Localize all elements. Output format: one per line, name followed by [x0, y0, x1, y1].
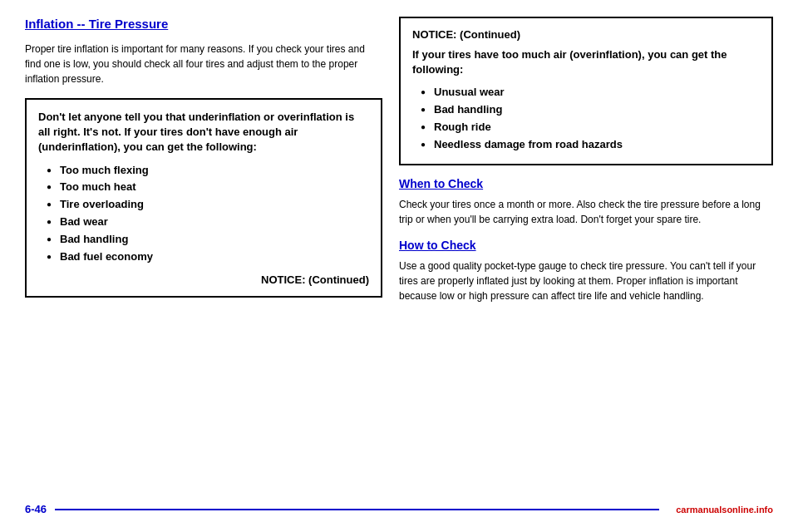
- left-body-text: Proper tire inflation is important for m…: [25, 42, 382, 86]
- page-number: 6-46: [25, 503, 47, 515]
- notice-continued-label: NOTICE: (Continued): [38, 273, 369, 286]
- page-footer: 6-46 carmanualsonline.info: [0, 503, 798, 515]
- list-item: Tire overloading: [47, 196, 369, 214]
- list-item: Unusual wear: [421, 84, 760, 101]
- list-item: Bad handling: [421, 101, 760, 119]
- how-to-check-heading: How to Check: [399, 239, 773, 252]
- underinflation-list: Too much flexing Too much heat Tire over…: [38, 162, 369, 266]
- list-item: Bad wear: [47, 214, 369, 231]
- when-to-check-heading: When to Check: [399, 177, 773, 190]
- notice-intro-text: Don't let anyone tell you that underinfl…: [38, 110, 369, 155]
- list-item: Rough ride: [421, 119, 760, 136]
- list-item: Bad handling: [47, 231, 369, 249]
- overinflation-list: Unusual wear Bad handling Rough ride Nee…: [412, 84, 760, 153]
- list-item: Bad fuel economy: [47, 249, 369, 266]
- notice-box-left: Don't let anyone tell you that underinfl…: [25, 98, 382, 298]
- footer-logo: carmanualsonline.info: [676, 505, 773, 515]
- when-to-check-body: Check your tires once a month or more. A…: [399, 197, 773, 227]
- list-item: Too much flexing: [47, 162, 369, 180]
- notice-continued-title: NOTICE: (Continued): [412, 28, 760, 41]
- how-to-check-section: How to Check Use a good quality pocket-t…: [399, 239, 773, 303]
- left-column: Proper tire inflation is important for m…: [25, 42, 382, 309]
- how-to-check-body: Use a good quality pocket-type gauge to …: [399, 259, 773, 303]
- footer-divider: [55, 509, 659, 510]
- list-item: Needless damage from road hazards: [421, 136, 760, 154]
- right-column: NOTICE: (Continued) If your tires have t…: [399, 17, 773, 315]
- list-item: Too much heat: [47, 179, 369, 196]
- when-to-check-section: When to Check Check your tires once a mo…: [399, 177, 773, 227]
- page-container: Inflation -- Tire Pressure Proper tire i…: [0, 0, 798, 532]
- notice-box-right: NOTICE: (Continued) If your tires have t…: [399, 17, 773, 165]
- overinflation-intro: If your tires have too much air (overinf…: [412, 47, 760, 77]
